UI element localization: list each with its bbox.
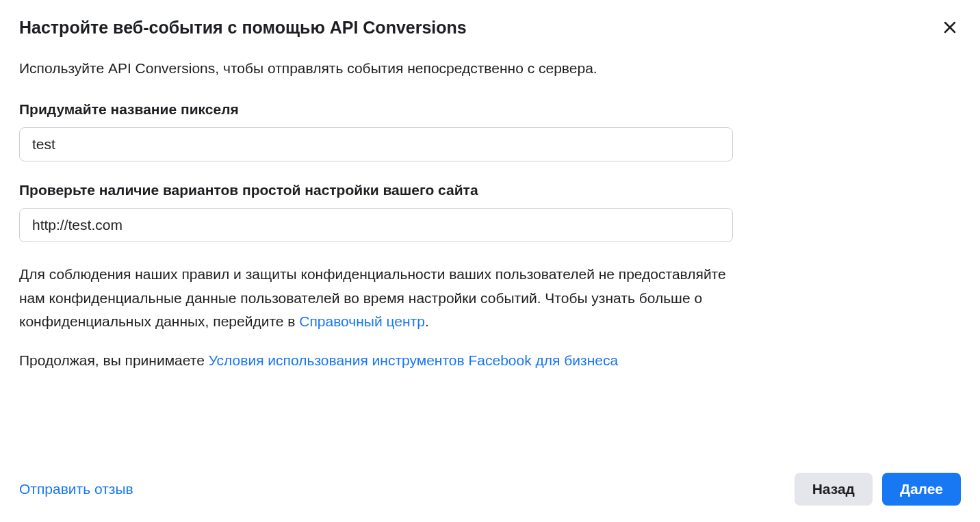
close-icon bbox=[942, 19, 958, 36]
dialog-title: Настройте веб-события с помощью API Conv… bbox=[19, 16, 467, 39]
privacy-text-period: . bbox=[425, 313, 429, 329]
pixel-name-label: Придумайте название пикселя bbox=[19, 101, 961, 118]
dialog-header: Настройте веб-события с помощью API Conv… bbox=[19, 16, 961, 39]
pixel-name-field-group: Придумайте название пикселя bbox=[19, 101, 961, 161]
site-url-field-group: Проверьте наличие вариантов простой наст… bbox=[19, 182, 961, 242]
terms-info-text: Продолжая, вы принимаете Условия использ… bbox=[19, 349, 738, 373]
terms-link[interactable]: Условия использования инструментов Faceb… bbox=[209, 352, 618, 368]
dialog-description: Используйте API Conversions, чтобы отпра… bbox=[19, 58, 961, 78]
privacy-info-text: Для соблюдения наших правил и защиты кон… bbox=[19, 263, 738, 334]
continue-text: Продолжая, вы принимаете bbox=[19, 352, 209, 368]
site-url-input[interactable] bbox=[19, 208, 733, 242]
feedback-link[interactable]: Отправить отзыв bbox=[19, 481, 133, 497]
pixel-name-input[interactable] bbox=[19, 127, 733, 161]
back-button[interactable]: Назад bbox=[795, 473, 873, 506]
site-url-label: Проверьте наличие вариантов простой наст… bbox=[19, 182, 961, 198]
button-group: Назад Далее bbox=[795, 473, 961, 506]
dialog-footer: Отправить отзыв Назад Далее bbox=[19, 473, 961, 506]
dialog-container: Настройте веб-события с помощью API Conv… bbox=[0, 0, 980, 522]
help-center-link[interactable]: Справочный центр bbox=[299, 313, 425, 329]
close-button[interactable] bbox=[939, 16, 961, 38]
next-button[interactable]: Далее bbox=[882, 473, 961, 506]
